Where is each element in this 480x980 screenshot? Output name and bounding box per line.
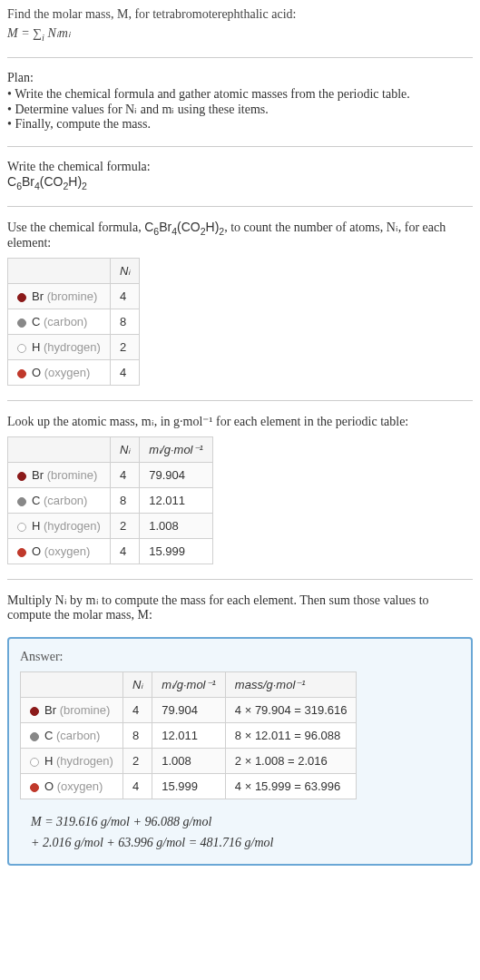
atomic-mass-table: Nᵢ mᵢ/g·mol⁻¹ Br (bromine) 4 79.904 C (c… xyxy=(7,436,213,564)
element-c: C (carbon) xyxy=(8,309,111,335)
table-row: C (carbon) 8 12.011 8 × 12.011 = 96.088 xyxy=(21,723,357,749)
chemical-formula: C6Br4(CO2H)2 xyxy=(7,174,473,191)
answer-title: Answer: xyxy=(20,650,460,664)
ni-value: 8 xyxy=(110,309,139,335)
ni-value: 2 xyxy=(110,335,139,360)
element-dot-icon xyxy=(17,318,26,328)
element-dot-icon xyxy=(17,293,26,302)
element-dot-icon xyxy=(30,758,39,767)
element-o: O (oxygen) xyxy=(8,360,111,386)
write-formula-section: Write the chemical formula: C6Br4(CO2H)2 xyxy=(7,160,473,191)
mi-value: 1.008 xyxy=(140,514,213,539)
element-dot-icon xyxy=(17,369,26,378)
plan-item: Write the chemical formula and gather at… xyxy=(7,87,473,102)
mass-value: 4 × 79.904 = 319.616 xyxy=(225,698,357,723)
element-br: Br (bromine) xyxy=(21,698,123,723)
multiply-text: Multiply Nᵢ by mᵢ to compute the mass fo… xyxy=(7,593,473,622)
mass-value: 8 × 12.011 = 96.088 xyxy=(225,723,357,749)
element-br: Br (bromine) xyxy=(8,463,111,488)
element-c: C (carbon) xyxy=(8,488,111,514)
table-row: O (oxygen) 4 xyxy=(8,360,140,386)
ni-value: 4 xyxy=(110,360,139,386)
divider xyxy=(7,400,473,401)
element-dot-icon xyxy=(17,548,26,557)
plan-item: Determine values for Nᵢ and mᵢ using the… xyxy=(7,102,473,117)
table-header-row: Nᵢ mᵢ/g·mol⁻¹ mass/g·mol⁻¹ xyxy=(21,672,357,698)
count-atoms-section: Use the chemical formula, C6Br4(CO2H)2, … xyxy=(7,220,473,387)
table-row: H (hydrogen) 2 xyxy=(8,335,140,360)
answer-table: Nᵢ mᵢ/g·mol⁻¹ mass/g·mol⁻¹ Br (bromine) … xyxy=(20,671,357,799)
ni-value: 4 xyxy=(110,284,139,309)
final-result: M = 319.616 g/mol + 96.088 g/mol + 2.016… xyxy=(20,812,460,853)
mi-value: 12.011 xyxy=(152,723,226,749)
element-h: H (hydrogen) xyxy=(8,335,111,360)
lookup-text: Look up the atomic mass, mᵢ, in g·mol⁻¹ … xyxy=(7,414,473,429)
element-dot-icon xyxy=(17,523,26,532)
table-row: C (carbon) 8 xyxy=(8,309,140,335)
mi-value: 15.999 xyxy=(152,774,226,799)
mass-value: 4 × 15.999 = 63.996 xyxy=(225,774,357,799)
mi-value: 12.011 xyxy=(140,488,213,514)
answer-box: Answer: Nᵢ mᵢ/g·mol⁻¹ mass/g·mol⁻¹ Br (b… xyxy=(7,637,473,866)
molar-mass-formula: M = ∑i Nᵢmᵢ xyxy=(7,25,473,43)
plan-list: Write the chemical formula and gather at… xyxy=(7,87,473,132)
table-row: O (oxygen) 4 15.999 xyxy=(8,539,213,564)
ni-value: 4 xyxy=(122,698,152,723)
plan-title: Plan: xyxy=(7,71,473,85)
divider xyxy=(7,206,473,207)
element-dot-icon xyxy=(17,472,26,481)
ni-header: Nᵢ xyxy=(110,259,139,284)
multiply-section: Multiply Nᵢ by mᵢ to compute the mass fo… xyxy=(7,593,473,622)
table-row: Br (bromine) 4 xyxy=(8,284,140,309)
table-header-row: Nᵢ xyxy=(8,259,140,284)
table-row: H (hydrogen) 2 1.008 xyxy=(8,514,213,539)
empty-header xyxy=(21,672,123,698)
table-header-row: Nᵢ mᵢ/g·mol⁻¹ xyxy=(8,437,213,463)
mi-header: mᵢ/g·mol⁻¹ xyxy=(140,437,213,463)
divider xyxy=(7,57,473,58)
empty-header xyxy=(8,259,111,284)
mi-header: mᵢ/g·mol⁻¹ xyxy=(152,672,226,698)
divider xyxy=(7,579,473,580)
element-br: Br (bromine) xyxy=(8,284,111,309)
element-dot-icon xyxy=(30,783,39,792)
table-row: H (hydrogen) 2 1.008 2 × 1.008 = 2.016 xyxy=(21,749,357,774)
write-formula-title: Write the chemical formula: xyxy=(7,160,473,174)
table-row: Br (bromine) 4 79.904 xyxy=(8,463,213,488)
ni-value: 2 xyxy=(110,514,139,539)
intro-text: Find the molar mass, M, for tetrabromote… xyxy=(7,7,473,22)
ni-value: 8 xyxy=(110,488,139,514)
ni-header: Nᵢ xyxy=(122,672,152,698)
final-line-2: + 2.016 g/mol + 63.996 g/mol = 481.716 g… xyxy=(31,833,460,853)
element-dot-icon xyxy=(17,344,26,353)
table-row: Br (bromine) 4 79.904 4 × 79.904 = 319.6… xyxy=(21,698,357,723)
plan-item: Finally, compute the mass. xyxy=(7,117,473,132)
mass-value: 2 × 1.008 = 2.016 xyxy=(225,749,357,774)
atom-count-table: Nᵢ Br (bromine) 4 C (carbon) 8 H (hydrog… xyxy=(7,258,140,386)
ni-value: 4 xyxy=(122,774,152,799)
ni-value: 8 xyxy=(122,723,152,749)
count-atoms-text: Use the chemical formula, C6Br4(CO2H)2, … xyxy=(7,220,473,251)
divider xyxy=(7,146,473,147)
table-row: O (oxygen) 4 15.999 4 × 15.999 = 63.996 xyxy=(21,774,357,799)
element-o: O (oxygen) xyxy=(21,774,123,799)
empty-header xyxy=(8,437,111,463)
mi-value: 1.008 xyxy=(152,749,226,774)
element-h: H (hydrogen) xyxy=(21,749,123,774)
lookup-mass-section: Look up the atomic mass, mᵢ, in g·mol⁻¹ … xyxy=(7,414,473,564)
table-row: C (carbon) 8 12.011 xyxy=(8,488,213,514)
element-dot-icon xyxy=(30,732,39,741)
element-o: O (oxygen) xyxy=(8,539,111,564)
mass-header: mass/g·mol⁻¹ xyxy=(225,672,357,698)
ni-value: 4 xyxy=(110,463,139,488)
element-c: C (carbon) xyxy=(21,723,123,749)
element-h: H (hydrogen) xyxy=(8,514,111,539)
element-dot-icon xyxy=(17,497,26,506)
ni-header: Nᵢ xyxy=(110,437,139,463)
plan-section: Plan: Write the chemical formula and gat… xyxy=(7,71,473,132)
final-line-1: M = 319.616 g/mol + 96.088 g/mol xyxy=(31,812,460,832)
ni-value: 4 xyxy=(110,539,139,564)
mi-value: 79.904 xyxy=(152,698,226,723)
element-dot-icon xyxy=(30,707,39,716)
mi-value: 79.904 xyxy=(140,463,213,488)
